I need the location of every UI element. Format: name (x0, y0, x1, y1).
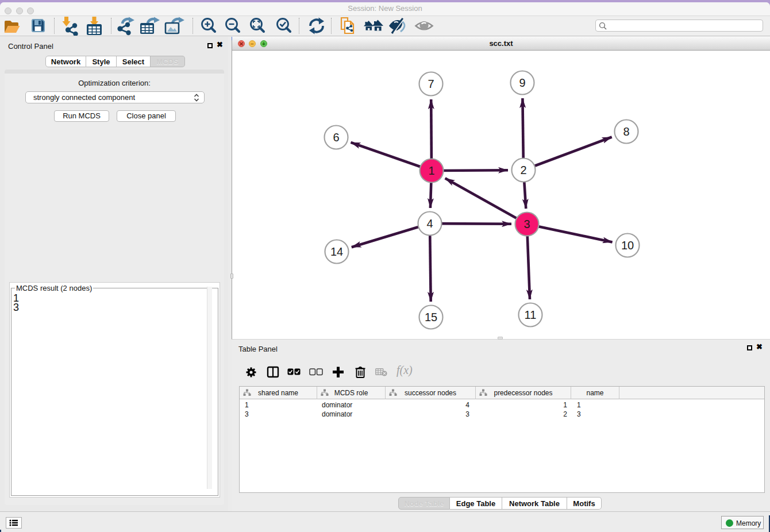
svg-text:4: 4 (426, 217, 433, 230)
svg-text:14: 14 (330, 245, 343, 258)
svg-text:8: 8 (623, 125, 629, 138)
svg-text:10: 10 (621, 239, 634, 252)
svg-text:3: 3 (523, 218, 530, 230)
svg-text:2: 2 (520, 164, 526, 176)
svg-text:15: 15 (425, 311, 437, 323)
svg-text:9: 9 (519, 76, 525, 89)
svg-text:11: 11 (525, 309, 537, 321)
svg-text:6: 6 (333, 131, 339, 144)
svg-text:1: 1 (428, 164, 434, 177)
svg-text:7: 7 (428, 78, 434, 90)
